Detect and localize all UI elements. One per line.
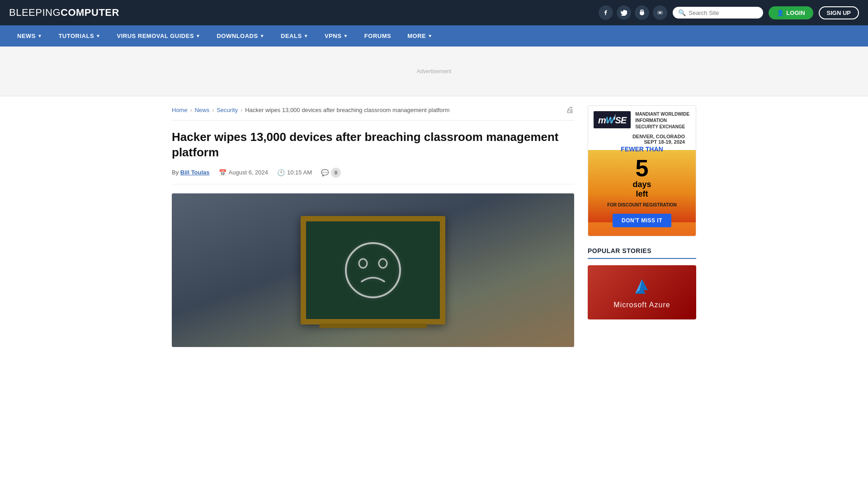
nav-more-caret: ▼ — [428, 33, 432, 38]
ad-logo-area: mWiSE MANDIANT WORLDWIDE INFORMATION SEC… — [594, 111, 690, 130]
comment-count: 0 — [331, 168, 341, 178]
ad-location-date: SEPT 18-19, 2024 — [599, 139, 685, 145]
main-container: Home › News › Security › Hacker wipes 13… — [163, 96, 705, 347]
nav-more-label: MORE — [407, 33, 426, 39]
nav-news[interactable]: NEWS ▼ — [9, 25, 50, 47]
nav-tutorials-caret: ▼ — [96, 33, 100, 38]
print-icon[interactable]: 🖨 — [566, 105, 574, 115]
facebook-icon[interactable] — [599, 5, 613, 20]
calendar-icon: 📅 — [219, 169, 226, 176]
ad-org: MANDIANT WORLDWIDE — [635, 111, 690, 117]
svg-point-6 — [359, 259, 367, 268]
nav-forums[interactable]: FORUMS — [356, 25, 399, 47]
svg-point-7 — [379, 259, 387, 268]
logo-bold: COMPUTER — [61, 7, 119, 18]
nav-downloads-caret: ▼ — [260, 33, 264, 38]
ad-discount-text: FOR DISCOUNT REGISTRATION — [607, 202, 677, 207]
ad-days-word: days left — [632, 180, 651, 199]
login-label: LOGIN — [786, 9, 805, 16]
nav-downloads[interactable]: DOWNLOADS ▼ — [208, 25, 273, 47]
nav-deals-caret: ▼ — [304, 33, 308, 38]
nav-news-caret: ▼ — [38, 33, 42, 38]
clock-icon: 🕐 — [277, 169, 285, 176]
ad-banner-top: Advertisement — [0, 47, 868, 96]
content-area: Home › News › Security › Hacker wipes 13… — [172, 105, 574, 347]
article-hero-image — [172, 193, 574, 347]
nav-forums-label: FORUMS — [364, 33, 391, 39]
ad-org-text: MANDIANT WORLDWIDE INFORMATION SECURITY … — [635, 111, 690, 130]
breadcrumb-security[interactable]: Security — [217, 107, 238, 113]
youtube-icon[interactable] — [653, 5, 667, 20]
sad-face-svg — [337, 234, 409, 306]
nav-tutorials[interactable]: TUTORIALS ▼ — [50, 25, 108, 47]
twitter-icon[interactable] — [617, 5, 631, 20]
popular-stories: POPULAR STORIES Microsoft Azure — [588, 247, 696, 319]
popular-stories-title: POPULAR STORIES — [588, 247, 696, 259]
by-prefix: By — [172, 169, 179, 176]
ad-location-city: DENVER, COLORADO — [599, 134, 685, 139]
logo-regular: BLEEPING — [9, 7, 61, 18]
search-input[interactable] — [689, 9, 758, 16]
breadcrumb-current: Hacker wipes 13,000 devices after breach… — [245, 107, 449, 113]
comment-icon: 💬 — [321, 169, 329, 176]
nav-downloads-label: DOWNLOADS — [217, 33, 258, 39]
ad-days-number: 5 — [636, 156, 649, 180]
ad-cta-button[interactable]: DON'T MISS IT — [613, 214, 671, 227]
ad-fewer-text: FEWER THAN — [621, 145, 663, 153]
nav-news-label: NEWS — [17, 33, 36, 39]
article-time: 🕐 10:15 AM — [277, 169, 312, 176]
ad-top-section: mWiSE MANDIANT WORLDWIDE INFORMATION SEC… — [588, 106, 696, 150]
main-nav: NEWS ▼ TUTORIALS ▼ VIRUS REMOVAL GUIDES … — [0, 25, 868, 47]
author-byline: By Bill Toulas — [172, 169, 210, 176]
azure-logo: Microsoft Azure — [613, 276, 670, 309]
breadcrumb-news[interactable]: News — [195, 107, 210, 113]
article-date: 📅 August 6, 2024 — [219, 169, 268, 176]
azure-text: Microsoft Azure — [613, 301, 670, 309]
ad-left-label: left — [636, 189, 648, 198]
nav-deals[interactable]: DEALS ▼ — [273, 25, 316, 47]
user-icon: 👤 — [777, 9, 784, 16]
signup-button[interactable]: SIGN UP — [819, 6, 859, 19]
ad-days-label: days — [632, 180, 651, 189]
mastodon-icon[interactable] — [635, 5, 649, 20]
article-title: Hacker wipes 13,000 devices after breach… — [172, 130, 574, 160]
sidebar: mWiSE MANDIANT WORLDWIDE INFORMATION SEC… — [588, 105, 696, 347]
author-link[interactable]: Bill Toulas — [180, 169, 210, 176]
breadcrumb-left: Home › News › Security › Hacker wipes 13… — [172, 107, 450, 113]
article-comments[interactable]: 💬 0 — [321, 168, 341, 178]
nav-vpns-caret: ▼ — [343, 33, 348, 38]
site-header: BLEEPINGCOMPUTER 🔍 👤 LOGIN SIGN UP — [0, 0, 868, 25]
article-meta: By Bill Toulas 📅 August 6, 2024 🕐 10:15 … — [172, 168, 574, 184]
site-logo[interactable]: BLEEPINGCOMPUTER — [9, 7, 119, 19]
breadcrumb-sep-1: › — [190, 107, 192, 113]
chalkboard-prop — [301, 216, 445, 324]
popular-story-1-image[interactable]: Microsoft Azure — [588, 265, 696, 319]
nav-more[interactable]: MORE ▼ — [399, 25, 440, 47]
nav-tutorials-label: TUTORIALS — [58, 33, 94, 39]
svg-point-2 — [642, 11, 643, 12]
time-text: 10:15 AM — [287, 169, 312, 176]
nav-vpns[interactable]: VPNS ▼ — [316, 25, 356, 47]
login-button[interactable]: 👤 LOGIN — [769, 6, 813, 19]
breadcrumb-sep-3: › — [241, 107, 242, 113]
search-box[interactable]: 🔍 — [673, 7, 763, 19]
breadcrumb-home[interactable]: Home — [172, 107, 188, 113]
breadcrumb: Home › News › Security › Hacker wipes 13… — [172, 105, 574, 121]
ad-gradient-section: FEWER THAN 5 days left FOR DISCOUNT REGI… — [588, 150, 696, 222]
header-right: 🔍 👤 LOGIN SIGN UP — [599, 5, 859, 20]
nav-vpns-label: VPNS — [325, 33, 341, 39]
date-text: August 6, 2024 — [229, 169, 268, 176]
ad-location: DENVER, COLORADO SEPT 18-19, 2024 — [594, 134, 690, 145]
svg-point-1 — [641, 11, 642, 12]
breadcrumb-sep-2: › — [212, 107, 214, 113]
sidebar-ad[interactable]: mWiSE MANDIANT WORLDWIDE INFORMATION SEC… — [588, 105, 696, 236]
nav-virus-label: VIRUS REMOVAL GUIDES — [117, 33, 194, 39]
social-icons — [599, 5, 667, 20]
nav-virus-removal[interactable]: VIRUS REMOVAL GUIDES ▼ — [108, 25, 208, 47]
nav-virus-caret: ▼ — [196, 33, 200, 38]
search-icon: 🔍 — [678, 9, 686, 16]
ad-placeholder-text: Advertisement — [417, 68, 452, 75]
ad-sub: INFORMATION SECURITY EXCHANGE — [635, 117, 690, 130]
ad-logo: mWiSE — [594, 111, 631, 128]
svg-point-5 — [346, 243, 400, 297]
